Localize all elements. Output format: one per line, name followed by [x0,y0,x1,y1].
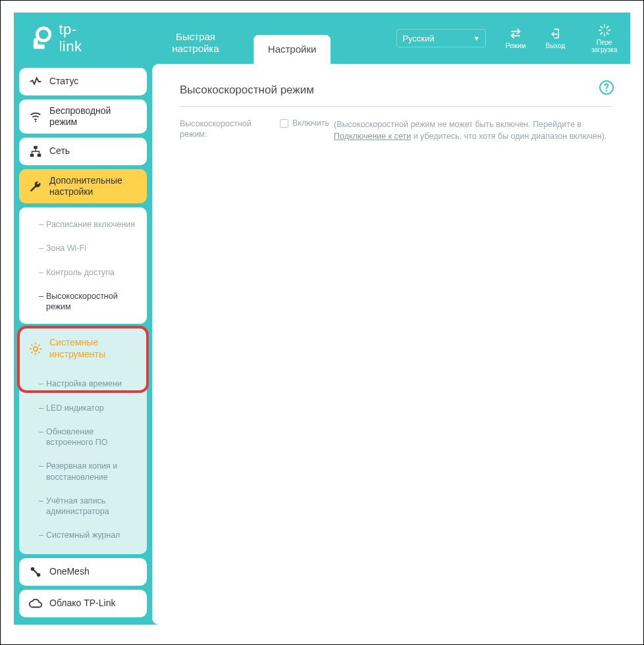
mode-button[interactable]: Режим [506,27,526,49]
reboot-icon [598,24,611,37]
sub-item-highspeed[interactable]: Высокоскоростной режим [19,284,147,319]
sub-item-schedule[interactable]: Расписание включения [19,213,147,236]
sub-item-label: Резервная копия и восстановление [46,461,140,482]
svg-rect-6 [38,154,41,157]
sidebar-item-onemesh[interactable]: OneMesh [19,558,147,586]
page-title: Высокоскоростной режим [180,84,612,107]
svg-point-7 [34,347,38,351]
sidebar-item-label: Дополнительные настройки [49,175,139,198]
sub-item-label: Настройка времени [46,378,122,389]
tab-label: Быстрая настройка [153,31,238,55]
sub-item-label: Обновление встроенного ПО [46,426,140,448]
logout-button[interactable]: Выход [546,27,566,49]
svg-rect-4 [34,146,38,149]
sub-item-label: Системный журнал [46,530,120,540]
sub-item-led[interactable]: LED индикатор [19,396,147,420]
form-label-highspeed: Высокоскоростной режим: [180,118,280,140]
tplink-logo-icon [30,25,55,51]
logout-icon [549,27,562,40]
onemesh-icon [28,565,43,579]
content-panel: Высокоскоростной режим Высокоскоростной … [152,64,630,625]
checkbox-label: Включить [292,118,329,128]
sidebar-item-wireless[interactable]: Беспроводной режим [19,99,147,134]
sub-item-label: Учётная запись администратора [46,496,140,517]
icon-label: Пере загрузка [585,39,624,53]
sub-item-admin[interactable]: Учётная запись администратора [19,489,147,524]
sub-item-label: LED индикатор [46,403,104,413]
sub-item-label: Контроль доступа [46,267,115,278]
svg-point-3 [35,120,36,122]
enable-checkbox[interactable] [280,119,288,128]
sidebar-item-label: OneMesh [49,566,90,578]
sidebar-item-label: Сеть [49,145,70,157]
sidebar-item-network[interactable]: Сеть [19,138,147,165]
reboot-button[interactable]: Пере загрузка [585,24,624,53]
systools-header[interactable]: Системные инструменты [19,328,147,369]
note-pre: (Высокоскоростной режим не может быть вк… [334,120,581,129]
cloud-icon [28,596,43,611]
language-value: Русский [402,34,434,43]
tab-settings[interactable]: Настройки [254,35,331,64]
sub-item-firmware[interactable]: Обновление встроенного ПО [19,420,147,455]
chevron-down-icon: ▼ [473,35,480,42]
logo-text: tp-link [59,21,98,55]
svg-point-11 [606,90,607,91]
svg-point-0 [38,28,50,41]
sub-item-label: Зона Wi-Fi [46,243,86,253]
sub-item-backup[interactable]: Резервная копия и восстановление [19,454,147,489]
note-link[interactable]: Подключение к сети [334,132,411,141]
sidebar-item-status[interactable]: Статус [19,68,147,95]
sidebar-item-label: Статус [49,76,78,88]
sidebar: Статус Беспроводной режим Сеть Дополните… [14,64,152,625]
logo: tp-link [30,21,98,55]
note-text: (Высокоскоростной режим не может быть вк… [334,118,612,142]
sub-item-wifizone[interactable]: Зона Wi-Fi [19,236,147,260]
help-icon [599,80,614,95]
icon-label: Выход [546,42,566,49]
sub-item-access[interactable]: Контроль доступа [19,261,147,284]
sub-item-label: Высокоскоростной режим [46,291,140,313]
sidebar-item-advanced[interactable]: Дополнительные настройки [19,169,147,203]
sub-item-time[interactable]: Настройка времени [19,372,147,396]
gear-icon [28,342,43,356]
advanced-submenu: Расписание включения Зона Wi-Fi Контроль… [19,207,147,324]
sub-item-syslog[interactable]: Системный журнал [19,523,147,547]
sidebar-item-label: Беспроводной режим [49,105,139,128]
sidebar-item-label: Облако TP-Link [49,598,115,609]
network-icon [28,144,43,159]
wifi-icon [28,109,43,124]
svg-rect-5 [30,154,34,157]
sub-item-label: Расписание включения [46,219,135,230]
sidebar-item-systools: Системные инструменты Настройка времени … [19,328,147,554]
systools-submenu: Настройка времени LED индикатор Обновлен… [19,369,147,554]
sidebar-item-label: Системные инструменты [49,337,139,360]
sidebar-item-cloud[interactable]: Облако TP-Link [19,590,147,617]
status-icon [28,74,43,89]
icon-label: Режим [506,42,526,49]
language-select[interactable]: Русский ▼ [396,29,485,47]
mode-icon [509,27,522,40]
tab-label: Настройки [268,43,317,55]
wrench-icon [28,179,43,194]
note-post: и убедитесь, что хотя бы один диапазон в… [411,132,606,141]
svg-rect-2 [34,45,45,49]
help-button[interactable] [599,80,614,95]
tab-quick-setup[interactable]: Быстрая настройка [138,22,254,64]
